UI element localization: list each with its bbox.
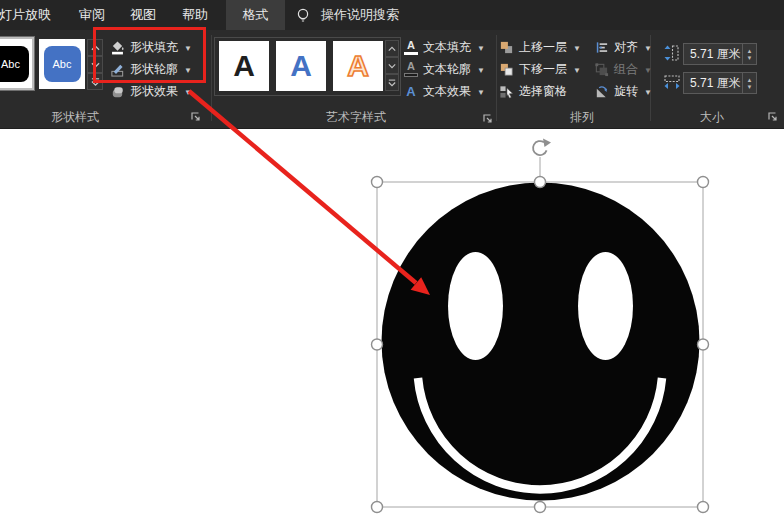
dropdown-caret-icon: ▼: [644, 44, 652, 53]
send-backward-button[interactable]: 下移一层 ▼: [499, 60, 581, 78]
shape-height-value: 5.71 厘米: [684, 46, 742, 63]
powerpoint-format-ribbon-window: 幻灯片放映 审阅 视图 帮助 格式 操作说明搜索 Abc Abc: [0, 0, 784, 525]
spinner-down-icon[interactable]: ▼: [747, 55, 753, 61]
chevron-up-icon: [388, 46, 396, 52]
wordart-letter: A: [290, 49, 312, 83]
spinner-up-icon[interactable]: ▲: [747, 48, 753, 54]
rotate-button[interactable]: 旋转 ▼: [594, 82, 652, 100]
spinner-down-icon[interactable]: ▼: [747, 84, 753, 90]
gallery-scroll-down-button[interactable]: [385, 57, 399, 74]
send-backward-icon: [499, 62, 514, 77]
group-separator: [211, 35, 212, 121]
dropdown-caret-icon: ▼: [477, 44, 485, 53]
shape-effects-icon: [110, 84, 125, 99]
text-outline-label: 文本轮廓: [423, 61, 471, 78]
ribbon-tab-bar: 幻灯片放映 审阅 视图 帮助 格式 操作说明搜索: [0, 0, 784, 30]
align-label: 对齐: [614, 39, 638, 56]
lightbulb-icon: [295, 7, 311, 23]
send-backward-label: 下移一层: [519, 61, 567, 78]
shape-height-field[interactable]: 5.71 厘米 ▲▼: [683, 43, 757, 65]
tell-me-search[interactable]: 操作说明搜索: [321, 0, 399, 30]
arrange-group-label: 排列: [552, 109, 612, 125]
tab-help[interactable]: 帮助: [182, 0, 208, 30]
dropdown-caret-icon: ▼: [477, 88, 485, 97]
dropdown-caret-icon: ▼: [644, 88, 652, 97]
text-outline-button[interactable]: A 文本轮廓 ▼: [404, 60, 485, 78]
selection-pane-icon: [499, 84, 514, 99]
dropdown-caret-icon: ▼: [573, 44, 581, 53]
wordart-group-label: 艺术字样式: [306, 109, 406, 125]
wordart-preset-black[interactable]: A: [219, 41, 269, 91]
shape-style-preset-blue[interactable]: Abc: [39, 39, 85, 89]
width-spinner[interactable]: ▲▼: [742, 73, 756, 93]
dropdown-caret-icon: ▼: [184, 88, 192, 97]
bring-forward-label: 上移一层: [519, 39, 567, 56]
rotate-label: 旋转: [614, 83, 638, 100]
selection-pane-button[interactable]: 选择窗格: [499, 82, 567, 100]
shape-style-preset-selected[interactable]: Abc: [0, 37, 34, 90]
tab-slideshow[interactable]: 幻灯片放映: [0, 0, 51, 30]
text-effects-icon: A: [404, 86, 418, 97]
text-outline-icon: A: [404, 61, 418, 77]
shape-width-value: 5.71 厘米: [684, 75, 742, 92]
text-effects-label: 文本效果: [423, 83, 471, 100]
text-effects-button[interactable]: A 文本效果 ▼: [404, 82, 485, 100]
rotate-icon: [594, 84, 609, 99]
wordart-preset-blue[interactable]: A: [276, 41, 326, 91]
dropdown-caret-icon: ▼: [644, 66, 652, 75]
text-fill-button[interactable]: A 文本填充 ▼: [404, 38, 485, 56]
group-objects-icon: [594, 62, 609, 77]
shape-style-preview-blue: Abc: [44, 46, 81, 82]
dropdown-caret-icon: ▼: [573, 66, 581, 75]
shape-effects-label: 形状效果: [130, 83, 178, 100]
tab-review[interactable]: 审阅: [79, 0, 105, 30]
tab-format[interactable]: 格式: [226, 0, 285, 30]
align-button[interactable]: 对齐 ▼: [594, 38, 652, 56]
gallery-more-icon: [388, 78, 396, 87]
text-fill-icon: A: [404, 40, 418, 55]
bring-forward-button[interactable]: 上移一层 ▼: [499, 38, 581, 56]
shape-width-icon: [663, 74, 681, 90]
gallery-scroll-up-button[interactable]: [385, 40, 399, 57]
bring-forward-icon: [499, 40, 514, 55]
align-icon: [594, 40, 609, 55]
annotation-highlight-box: [93, 27, 206, 83]
spinner-up-icon[interactable]: ▲: [747, 77, 753, 83]
gallery-more-button[interactable]: [385, 74, 399, 91]
group-button: 组合 ▼: [594, 60, 652, 78]
wordart-preset-orange[interactable]: A: [333, 41, 383, 91]
size-group-label: 大小: [682, 109, 742, 125]
height-spinner[interactable]: ▲▼: [742, 44, 756, 64]
tab-view[interactable]: 视图: [130, 0, 156, 30]
shape-height-icon: [664, 44, 680, 62]
shape-styles-dialog-launcher[interactable]: [190, 111, 201, 122]
shape-style-preview-black: Abc: [0, 46, 29, 82]
dropdown-caret-icon: ▼: [477, 66, 485, 75]
chevron-down-icon: [388, 63, 396, 69]
shape-styles-group-label: 形状样式: [25, 109, 125, 125]
group-label: 组合: [614, 61, 638, 78]
group-separator: [496, 35, 497, 121]
wordart-dialog-launcher[interactable]: [482, 113, 493, 124]
shape-width-field[interactable]: 5.71 厘米 ▲▼: [683, 72, 757, 94]
text-fill-label: 文本填充: [423, 39, 471, 56]
shape-effects-button[interactable]: 形状效果 ▼: [110, 82, 192, 100]
size-dialog-launcher[interactable]: [767, 111, 778, 122]
wordart-letter: A: [347, 49, 369, 83]
wordart-letter: A: [233, 49, 255, 83]
wordart-gallery-scrollbar: [385, 40, 399, 91]
slide-canvas[interactable]: [0, 129, 784, 525]
selection-pane-label: 选择窗格: [519, 83, 567, 100]
